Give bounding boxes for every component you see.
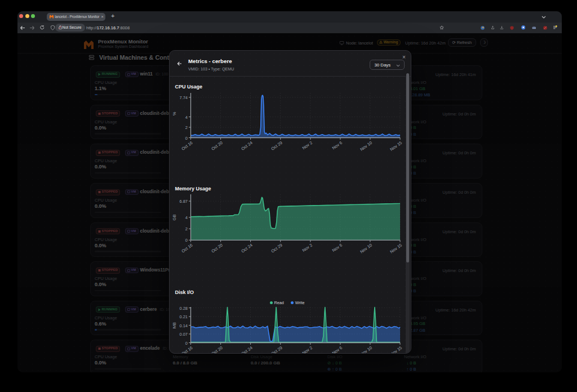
svg-text:Nov 10: Nov 10 xyxy=(359,243,373,255)
svg-text:%: % xyxy=(172,112,177,115)
svg-text:Oct 29: Oct 29 xyxy=(270,345,283,354)
svg-text:Nov 2: Nov 2 xyxy=(301,140,313,151)
svg-text:4: 4 xyxy=(185,115,187,120)
svg-text:0: 0 xyxy=(185,238,187,243)
svg-text:0.21: 0.21 xyxy=(179,314,188,319)
svg-text:0.28: 0.28 xyxy=(179,306,188,311)
svg-text:Oct 24: Oct 24 xyxy=(240,345,253,354)
svg-text:Oct 20: Oct 20 xyxy=(210,140,223,152)
svg-text:Nov 6: Nov 6 xyxy=(331,345,343,354)
svg-text:Oct 24: Oct 24 xyxy=(240,140,253,152)
svg-text:Nov 15: Nov 15 xyxy=(389,140,403,152)
svg-text:Oct 16: Oct 16 xyxy=(180,345,193,354)
svg-text:7.74: 7.74 xyxy=(179,95,188,100)
svg-text:Oct 29: Oct 29 xyxy=(270,243,283,254)
svg-text:Oct 20: Oct 20 xyxy=(210,243,223,254)
svg-text:2: 2 xyxy=(185,226,187,231)
svg-text:Oct 16: Oct 16 xyxy=(180,140,193,152)
svg-text:Nov 6: Nov 6 xyxy=(331,243,343,253)
svg-text:Nov 2: Nov 2 xyxy=(301,243,313,253)
svg-text:Nov 10: Nov 10 xyxy=(359,140,373,152)
svg-text:Nov 15: Nov 15 xyxy=(389,243,403,255)
svg-text:Nov 6: Nov 6 xyxy=(331,140,343,151)
svg-text:MB: MB xyxy=(172,322,177,328)
svg-text:Oct 24: Oct 24 xyxy=(240,243,253,254)
svg-text:0.14: 0.14 xyxy=(179,323,188,328)
svg-text:GB: GB xyxy=(172,215,177,221)
svg-text:0: 0 xyxy=(185,341,187,346)
svg-text:Oct 20: Oct 20 xyxy=(210,345,223,354)
svg-text:Nov 10: Nov 10 xyxy=(359,345,373,354)
svg-text:4: 4 xyxy=(185,215,187,220)
svg-text:Nov 15: Nov 15 xyxy=(389,345,403,354)
svg-text:Oct 29: Oct 29 xyxy=(270,140,283,152)
svg-text:0.07: 0.07 xyxy=(179,332,188,337)
svg-text:Oct 16: Oct 16 xyxy=(180,243,193,254)
svg-text:0: 0 xyxy=(185,136,187,141)
svg-text:2: 2 xyxy=(185,125,187,130)
svg-text:6.87: 6.87 xyxy=(179,199,188,204)
svg-text:Nov 2: Nov 2 xyxy=(301,345,313,354)
